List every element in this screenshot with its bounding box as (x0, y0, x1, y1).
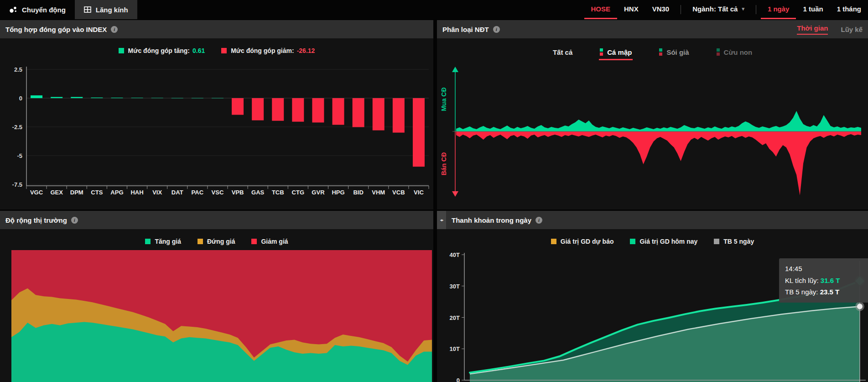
tooltip-time: 14:45 (785, 263, 863, 275)
tab-label: Lăng kính (96, 6, 128, 14)
panel-header: Phân loại NĐT i Thời gian Lũy kế (437, 20, 868, 38)
svg-text:DPM: DPM (70, 189, 83, 196)
panel-body: Tất cả Cá mập Sói già Cừu non M (437, 38, 868, 209)
legend-label: Đứng giá (207, 238, 235, 245)
topbar-filters: HOSE HNX VN30 Ngành: Tất cả ▾ 1 ngày 1 t… (584, 0, 868, 19)
tab-lang-kinh[interactable]: Lăng kính (75, 0, 137, 19)
svg-text:GEX: GEX (50, 189, 63, 196)
svg-text:GAS: GAS (251, 189, 265, 196)
svg-text:PAC: PAC (192, 189, 204, 196)
info-icon[interactable]: i (535, 217, 542, 224)
splitter-handle-icon[interactable]: ◂▸ (437, 211, 446, 229)
panel-investor-type: Phân loại NĐT i Thời gian Lũy kế Tất cả … (437, 20, 868, 209)
svg-text:VHM: VHM (372, 189, 385, 196)
filter-tab-soi-gia[interactable]: Sói già (659, 48, 689, 56)
orange-square-icon (551, 239, 556, 244)
tab-chuyen-dong[interactable]: Chuyển động (0, 0, 75, 19)
orange-square-icon (198, 239, 203, 244)
panel-body: Tăng giá Đứng giá Giảm giá (0, 229, 433, 382)
panels-grid: Tổng hợp đóng góp vào INDEX i Mức đóng g… (0, 20, 868, 382)
divider (681, 5, 681, 14)
legend-label: Giá trị GD dự báo (561, 238, 614, 245)
legend-item-today: Giá trị GD hôm nay (630, 238, 697, 245)
green-square-icon (630, 239, 635, 244)
filter-tab-label: Sói già (666, 48, 689, 56)
svg-text:Mua CĐ: Mua CĐ (440, 87, 447, 111)
panel-title: Độ rộng thị trường (5, 216, 67, 224)
filter-tab-label: Tất cả (553, 48, 572, 56)
tab-luy-ke[interactable]: Lũy kế (841, 26, 863, 33)
svg-text:DAT: DAT (172, 189, 183, 196)
svg-text:APG: APG (110, 189, 123, 196)
stacked-squares-icon (659, 48, 662, 56)
filter-tab-label: Cừu non (724, 48, 753, 56)
tab-label: Chuyển động (22, 6, 66, 14)
filter-tab-cuu-non[interactable]: Cừu non (717, 48, 753, 56)
svg-text:40T: 40T (450, 251, 460, 258)
svg-text:-5: -5 (17, 152, 22, 159)
period-1-week[interactable]: 1 tuần (796, 0, 830, 19)
stacked-squares-icon (600, 48, 603, 56)
index-contribution-bar-chart[interactable]: 2.50-2.5-5-7.5VGCGEXDPMCTSAPGHAHVIXDATPA… (0, 57, 433, 209)
tab-thoi-gian[interactable]: Thời gian (797, 24, 828, 35)
investor-flow-area-chart[interactable]: Mua CĐBán CĐ (437, 59, 868, 209)
svg-text:GVR: GVR (312, 189, 325, 196)
red-square-icon (251, 239, 257, 244)
svg-text:VSC: VSC (212, 189, 224, 196)
svg-text:TCB: TCB (272, 189, 284, 196)
panel-title: Phân loại NĐT (442, 26, 489, 33)
legend-label: Mức đóng góp tăng: (128, 47, 190, 54)
legend-label: Tăng giá (155, 238, 181, 245)
red-square-icon (221, 48, 227, 53)
svg-text:VCB: VCB (392, 189, 405, 196)
market-vn30[interactable]: VN30 (645, 0, 676, 19)
panel-header: Độ rộng thị trường i (0, 211, 433, 229)
svg-text:0: 0 (19, 95, 22, 102)
info-icon[interactable]: i (493, 26, 500, 33)
liquidity-legend: Giá trị GD dự báo Giá trị GD hôm nay TB … (437, 229, 868, 247)
period-1-month[interactable]: 1 tháng (830, 0, 868, 19)
legend-item-decliners: Giảm giá (251, 238, 288, 245)
green-square-icon (145, 239, 151, 244)
legend-item-advancers: Tăng giá (145, 238, 181, 245)
svg-text:Bán CĐ: Bán CĐ (440, 152, 447, 176)
svg-text:10T: 10T (450, 345, 460, 352)
investor-filter-tabs: Tất cả Cá mập Sói già Cừu non (437, 38, 868, 59)
tooltip-line-avg5d: TB 5 ngày: 23.5 T (785, 286, 863, 298)
market-breadth-stacked-area-chart[interactable] (0, 247, 433, 382)
panel-market-breadth: Độ rộng thị trường i Tăng giá Đứng giá (0, 211, 433, 382)
legend-item-avg5d: TB 5 ngày (714, 238, 754, 245)
panel-liquidity: ◂▸ Thanh khoản trong ngày i Giá trị GD d… (437, 211, 868, 382)
svg-text:VGC: VGC (30, 189, 43, 196)
legend-label: TB 5 ngày (723, 238, 754, 245)
filter-tab-tat-ca[interactable]: Tất cả (553, 48, 572, 56)
sector-dropdown-label: Ngành: Tất cả (692, 5, 738, 13)
market-hnx[interactable]: HNX (617, 0, 645, 19)
chart-tooltip: 14:45 KL tích lũy: 31.6 T TB 5 ngày: 23.… (779, 258, 868, 303)
filter-tab-ca-map[interactable]: Cá mập (600, 48, 632, 56)
chevron-down-icon: ▾ (742, 6, 744, 12)
svg-text:HAH: HAH (130, 189, 143, 196)
svg-text:VIX: VIX (152, 189, 162, 196)
info-icon[interactable]: i (111, 26, 118, 33)
legend-value: -26.12 (297, 47, 315, 54)
filter-tab-label: Cá mập (607, 48, 632, 56)
legend-label: Giá trị GD hôm nay (639, 238, 697, 245)
stock-dashboard: Chuyển động Lăng kính HOSE HNX VN30 Ngàn… (0, 0, 868, 382)
green-square-icon (119, 48, 124, 53)
period-1-day[interactable]: 1 ngày (761, 0, 796, 19)
market-hose[interactable]: HOSE (584, 0, 618, 19)
motion-dots-icon (9, 6, 17, 13)
panel-header: ◂▸ Thanh khoản trong ngày i (437, 211, 868, 229)
sector-dropdown[interactable]: Ngành: Tất cả ▾ (686, 0, 751, 19)
breadth-legend: Tăng giá Đứng giá Giảm giá (0, 229, 433, 247)
info-icon[interactable]: i (71, 217, 78, 224)
view-tabs: Thời gian Lũy kế (797, 24, 863, 35)
panel-header: Tổng hợp đóng góp vào INDEX i (0, 20, 433, 38)
legend-label: Giảm giá (261, 238, 288, 245)
legend-item-down: Mức đóng góp giảm: -26.12 (221, 47, 315, 54)
svg-text:30T: 30T (450, 283, 460, 290)
panel-title: Tổng hợp đóng góp vào INDEX (5, 26, 107, 33)
tooltip-line-accumulated: KL tích lũy: 31.6 T (785, 275, 863, 287)
svg-text:CTG: CTG (292, 189, 304, 196)
